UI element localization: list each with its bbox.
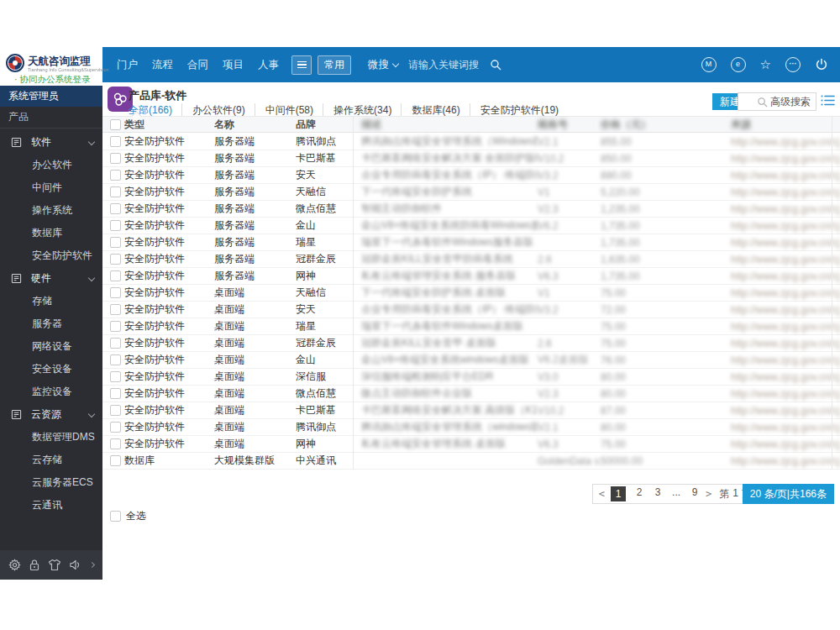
cell-source-link[interactable]: http://www.zjcg.gov.cn/cjkg/ [731, 338, 840, 349]
favorites-star-icon[interactable]: ☆ [760, 58, 771, 71]
row-checkbox[interactable] [110, 203, 121, 214]
next-page-button[interactable]: > [706, 488, 711, 500]
row-checkbox[interactable] [110, 422, 121, 433]
cell-source-link[interactable]: http://www.zjcg.gov.cn/cjkg/ [731, 186, 840, 198]
page-number[interactable]: 1 [611, 486, 626, 501]
power-logout-icon[interactable] [815, 58, 828, 71]
table-row[interactable]: 安全防护软件 桌面端 卡巴斯基 卡巴斯基网络安全解决方案 高级版（K10）·K1… [102, 402, 840, 419]
row-checkbox[interactable] [110, 186, 121, 197]
global-search-input[interactable] [407, 58, 490, 71]
page-number[interactable]: 9 [690, 486, 700, 501]
cell-source-link[interactable]: http://www.zjcg.gov.cn/cjkg/ [731, 153, 840, 165]
table-row[interactable]: 安全防护软件 服务器端 天融信 下一代终端安全防护系统 V1 5,220.00 … [102, 184, 840, 201]
row-checkbox[interactable] [110, 438, 121, 449]
settings-gear-icon[interactable] [8, 559, 21, 571]
table-row[interactable]: 安全防护软件 桌面端 冠群金辰 冠群金辰KILL安全胄甲·桌面版 2.6 75.… [102, 335, 840, 352]
cell-source-link[interactable]: http://www.zjcg.gov.cn/cjkg/ [731, 220, 840, 232]
page-size-summary-badge[interactable]: 20 条/页|共166条 [743, 484, 834, 504]
lock-icon[interactable] [29, 559, 40, 571]
cell-source-link[interactable]: http://www.zjcg.gov.cn/cjkg/ [731, 422, 840, 433]
cell-source-link[interactable]: http://www.zjcg.gov.cn/cjkg/ [731, 203, 840, 215]
sidebar-subitem[interactable]: 操作系统 [0, 199, 102, 222]
sidebar-group[interactable]: 硬件 [0, 267, 102, 290]
sidebar-subitem[interactable]: 安全设备 [0, 358, 102, 381]
cell-source-link[interactable]: http://www.zjcg.gov.cn/cjkg/ [731, 321, 840, 333]
cell-source-link[interactable]: http://www.zjcg.gov.cn/cjkg/ [731, 287, 840, 299]
page-number[interactable]: ... [671, 486, 681, 501]
table-row[interactable]: 安全防护软件 服务器端 冠群金辰 冠群金辰KILL安全胄甲防病毒系统 2.6 1… [102, 251, 840, 268]
cell-source-link[interactable]: http://www.zjcg.gov.cn/cjkg/ [731, 254, 840, 265]
table-search-input[interactable] [738, 97, 757, 107]
table-row[interactable]: 安全防护软件 桌面端 网神 私有云终端安全管理系统·桌面版 V6.3 75.00… [102, 436, 840, 453]
row-checkbox[interactable] [110, 304, 121, 315]
cell-source-link[interactable]: http://www.zjcg.gov.cn/cjkg/ [731, 354, 840, 366]
header-name[interactable]: 名称 [214, 118, 296, 132]
sidebar-subitem[interactable]: 云通讯 [0, 494, 102, 517]
row-checkbox[interactable] [110, 388, 121, 399]
cell-source-link[interactable]: http://www.zjcg.gov.cn/cjkg/ [731, 438, 840, 450]
table-row[interactable]: 安全防护软件 服务器端 微点佰慧 智能主动防御软件 V2.3 1,235.00 … [102, 201, 840, 218]
header-source[interactable]: 来源 [731, 118, 840, 132]
sidebar-subitem[interactable]: 监控设备 [0, 381, 102, 403]
table-row[interactable]: 安全防护软件 桌面端 安天 企业专用防病毒安全系统（IP）·终端防御 V3.2 … [102, 302, 840, 318]
table-search-icon[interactable] [757, 97, 768, 108]
cell-source-link[interactable]: http://www.zjcg.gov.cn/cjkg/ [731, 170, 840, 181]
table-row[interactable]: 安全防护软件 桌面端 天融信 下一代终端安全防护系统·桌面版 V1 75.00 … [102, 285, 840, 302]
table-row[interactable]: 安全防护软件 服务器端 瑞星 瑞星下一代杀毒软件Windows服务器版 1,73… [102, 234, 840, 251]
sidebar-subitem[interactable]: 云服务器ECS [0, 471, 102, 494]
row-checkbox[interactable] [110, 254, 121, 265]
sidebar-subitem[interactable]: 数据库 [0, 222, 102, 244]
jump-page-value[interactable]: 1 [732, 487, 738, 501]
row-checkbox[interactable] [110, 136, 121, 147]
collapse-arrow-icon[interactable] [89, 562, 95, 568]
list-view-icon[interactable] [821, 94, 835, 107]
row-checkbox[interactable] [110, 371, 121, 382]
search-icon[interactable] [490, 59, 501, 71]
row-checkbox[interactable] [110, 321, 121, 332]
more-modules-button[interactable] [291, 55, 312, 75]
row-checkbox[interactable] [110, 405, 121, 416]
e-badge-icon[interactable]: e [731, 57, 746, 72]
row-checkbox[interactable] [110, 354, 121, 365]
header-brand[interactable]: 品牌 [296, 118, 361, 132]
cell-source-link[interactable]: http://www.zjcg.gov.cn/cjkg/ [731, 405, 840, 417]
sidebar-subitem[interactable]: 中间件 [0, 176, 102, 199]
row-checkbox[interactable] [110, 170, 121, 181]
select-all-header-checkbox[interactable] [110, 119, 121, 130]
table-row[interactable]: 安全防护软件 服务器端 安天 企业专用防病毒安全系统（IP）·终端防御系统 V3… [102, 167, 840, 184]
row-checkbox[interactable] [110, 338, 121, 349]
pinned-tab[interactable]: 常用 [318, 55, 351, 75]
table-row[interactable]: 安全防护软件 服务器端 卡巴斯基 卡巴斯基网络安全解决方案 全面防护版K10.2… [102, 150, 840, 167]
theme-shirt-icon[interactable] [48, 559, 61, 571]
cell-source-link[interactable]: http://www.zjcg.gov.cn/cjkg/ [731, 455, 840, 467]
table-row[interactable]: 安全防护软件 桌面端 腾讯御点 腾讯御点终端安全管理系统（windows版）V2… [102, 419, 840, 436]
table-row[interactable]: 数据库 大规模集群版 中兴通讯 GoldenData s... 50000.00… [102, 453, 840, 470]
header-price[interactable]: 价格（元） [601, 118, 731, 132]
table-row[interactable]: 安全防护软件 桌面端 微点佰慧 微点主动防御软件企业版 V2.3 80.00 h… [102, 386, 840, 402]
topnav-item[interactable]: 项目 [223, 58, 244, 72]
table-row[interactable]: 安全防护软件 服务器端 金山 金山V8+终端安全系统防病毒Windows服务器版… [102, 218, 840, 234]
row-checkbox[interactable] [110, 270, 121, 281]
row-checkbox[interactable] [110, 153, 121, 164]
topnav-item[interactable]: 合同 [187, 58, 208, 72]
m-badge-icon[interactable]: M [701, 57, 717, 72]
row-checkbox[interactable] [110, 237, 121, 248]
prev-page-button[interactable]: < [599, 488, 605, 500]
oa-login-link[interactable]: · 协同办公系统登录 [14, 74, 90, 86]
table-row[interactable]: 安全防护软件 桌面端 金山 金山V8+终端安全系统windows桌面版 V6.2… [102, 352, 840, 369]
advanced-search-button[interactable]: 高级搜索 [768, 95, 816, 109]
sidebar-group[interactable]: 云资源 [0, 403, 102, 426]
topnav-item[interactable]: 流程 [152, 58, 173, 72]
header-description[interactable]: 描述 [361, 118, 538, 132]
topnav-item[interactable]: 人事 [258, 58, 279, 72]
header-version[interactable]: 规格号 [538, 118, 601, 132]
page-number[interactable]: 3 [653, 486, 663, 501]
sidebar-subitem[interactable]: 存储 [0, 290, 102, 312]
sidebar-group[interactable]: 软件 [0, 131, 102, 154]
sidebar-subitem[interactable]: 安全防护软件 [0, 244, 102, 267]
row-checkbox[interactable] [110, 455, 121, 466]
sidebar-subitem[interactable]: 网络设备 [0, 335, 102, 358]
table-row[interactable]: 安全防护软件 桌面端 瑞星 瑞星下一代杀毒软件Windows桌面版 75.00 … [102, 318, 840, 335]
cell-source-link[interactable]: http://www.zjcg.gov.cn/cjkg/ [731, 136, 840, 148]
speaker-icon[interactable] [69, 559, 82, 571]
